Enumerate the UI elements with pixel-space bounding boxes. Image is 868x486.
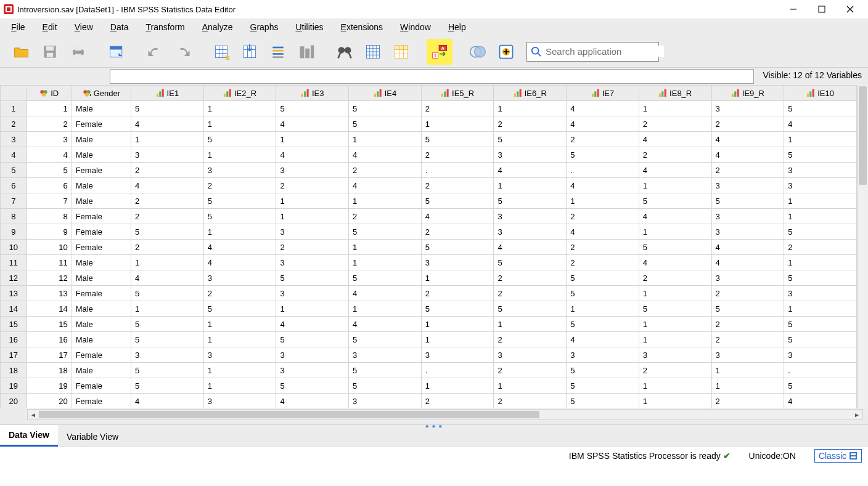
cell-value[interactable]: 5: [567, 394, 639, 409]
cell-gender[interactable]: Male: [72, 317, 131, 332]
cell-id[interactable]: 10: [27, 240, 72, 255]
cell-id[interactable]: 15: [27, 317, 72, 332]
cell-value[interactable]: 4: [276, 394, 349, 409]
cell-value[interactable]: 3: [349, 394, 422, 409]
row-header[interactable]: 6: [1, 178, 27, 193]
cell-value[interactable]: 4: [349, 147, 422, 163]
cell-gender[interactable]: Male: [72, 132, 131, 147]
cell-value[interactable]: 3: [421, 255, 494, 270]
cell-value[interactable]: 4: [567, 178, 639, 193]
cell-value[interactable]: 4: [421, 209, 494, 224]
row-header[interactable]: 12: [1, 270, 27, 286]
cell-value[interactable]: 4: [276, 147, 349, 163]
column-header-ID[interactable]: ID: [27, 86, 72, 101]
cell-gender[interactable]: Male: [72, 101, 131, 116]
cell-value[interactable]: 5: [203, 193, 276, 209]
tab-data-view[interactable]: Data View: [0, 425, 58, 447]
cell-value[interactable]: 1: [276, 301, 349, 317]
cell-value[interactable]: 2: [639, 116, 711, 132]
cell-value[interactable]: 1: [639, 332, 711, 347]
cell-gender[interactable]: Male: [72, 270, 131, 286]
cell-value[interactable]: 5: [276, 101, 349, 116]
cell-value[interactable]: 2: [131, 240, 204, 255]
cell-value[interactable]: 3: [784, 178, 857, 193]
cell-value[interactable]: 1: [349, 255, 422, 270]
cell-value[interactable]: 5: [203, 132, 276, 147]
cell-id[interactable]: 18: [27, 363, 72, 378]
cell-value[interactable]: 1: [784, 193, 857, 209]
cell-value[interactable]: 2: [276, 240, 349, 255]
cell-value[interactable]: 3: [276, 224, 349, 240]
cell-value[interactable]: 4: [203, 255, 276, 270]
cell-value[interactable]: 5: [421, 301, 494, 317]
cell-value[interactable]: 5: [784, 317, 857, 332]
cell-value[interactable]: 2: [567, 240, 639, 255]
maximize-button[interactable]: [808, 0, 836, 18]
cell-value[interactable]: 1: [567, 193, 639, 209]
cell-value[interactable]: 1: [494, 317, 567, 332]
cell-value[interactable]: 4: [494, 240, 567, 255]
cell-value[interactable]: 1: [639, 178, 711, 193]
cell-value[interactable]: 4: [131, 116, 204, 132]
cell-value[interactable]: 1: [203, 101, 276, 116]
cell-value[interactable]: 2: [349, 209, 422, 224]
cell-value[interactable]: 1: [131, 132, 204, 147]
cell-value[interactable]: 2: [349, 163, 422, 178]
cell-value[interactable]: 1: [639, 101, 711, 116]
cell-gender[interactable]: Male: [72, 255, 131, 270]
cell-value[interactable]: 5: [131, 286, 204, 301]
cell-value[interactable]: 5: [349, 378, 422, 394]
cell-value[interactable]: 5: [349, 332, 422, 347]
cell-value[interactable]: 5: [276, 378, 349, 394]
expression-input[interactable]: [110, 69, 754, 84]
cell-value[interactable]: 1: [494, 101, 567, 116]
cell-value[interactable]: 2: [421, 286, 494, 301]
cell-value[interactable]: 2: [494, 332, 567, 347]
cell-value[interactable]: 4: [276, 317, 349, 332]
row-header[interactable]: 2: [1, 116, 27, 132]
cell-value[interactable]: 5: [203, 209, 276, 224]
cell-value[interactable]: 1: [784, 255, 857, 270]
column-header-Gender[interactable]: Gender: [72, 86, 131, 101]
redo-button[interactable]: [170, 39, 196, 65]
cell-value[interactable]: 5: [711, 301, 784, 317]
cell-id[interactable]: 14: [27, 301, 72, 317]
row-header[interactable]: 17: [1, 347, 27, 363]
column-header-IE8_R[interactable]: IE8_R: [639, 86, 711, 101]
cell-value[interactable]: 5: [349, 101, 422, 116]
cell-gender[interactable]: Male: [72, 193, 131, 209]
cell-value[interactable]: 1: [349, 132, 422, 147]
row-header[interactable]: 7: [1, 193, 27, 209]
cell-value[interactable]: 5: [567, 286, 639, 301]
cell-id[interactable]: 11: [27, 255, 72, 270]
weight-cases-button[interactable]: [388, 39, 414, 65]
split-file-button[interactable]: [360, 39, 386, 65]
cell-value[interactable]: 1: [421, 116, 494, 132]
cell-value[interactable]: 2: [494, 116, 567, 132]
cell-value[interactable]: 5: [639, 193, 711, 209]
cell-value[interactable]: 5: [131, 378, 204, 394]
row-header[interactable]: 19: [1, 378, 27, 394]
cell-value[interactable]: 2: [494, 270, 567, 286]
cell-value[interactable]: 5: [784, 332, 857, 347]
cell-value[interactable]: 1: [421, 317, 494, 332]
cell-value[interactable]: 5: [276, 332, 349, 347]
cell-value[interactable]: 1: [203, 363, 276, 378]
cell-value[interactable]: 5: [421, 132, 494, 147]
cell-value[interactable]: 3: [276, 347, 349, 363]
cell-value[interactable]: 2: [494, 394, 567, 409]
print-button[interactable]: [65, 39, 91, 65]
cell-value[interactable]: 4: [494, 163, 567, 178]
cell-value[interactable]: 5: [494, 255, 567, 270]
cell-value[interactable]: 5: [639, 240, 711, 255]
cell-value[interactable]: 3: [131, 147, 204, 163]
menu-file[interactable]: File: [2, 20, 34, 34]
menu-data[interactable]: Data: [102, 20, 137, 34]
cell-value[interactable]: 3: [349, 347, 422, 363]
cell-value[interactable]: 4: [567, 101, 639, 116]
corner-cell[interactable]: [1, 86, 27, 101]
menu-transform[interactable]: Transform: [137, 20, 193, 34]
cell-value[interactable]: 1: [421, 378, 494, 394]
cell-value[interactable]: 1: [494, 378, 567, 394]
row-header[interactable]: 4: [1, 147, 27, 163]
